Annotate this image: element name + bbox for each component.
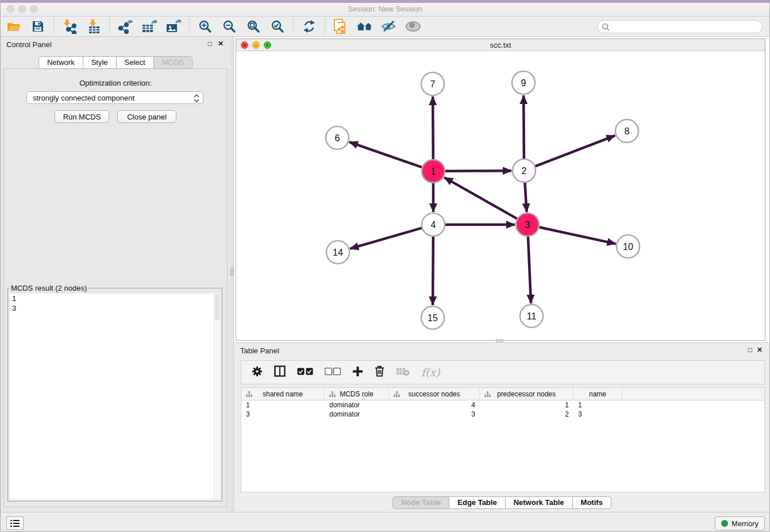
zoom-in-icon[interactable] xyxy=(193,18,217,36)
graph-edge-1-6[interactable] xyxy=(349,142,422,167)
import-table-icon[interactable] xyxy=(82,18,106,36)
table-header-row: shared nameMCDS rolesuccessor nodesprede… xyxy=(241,388,764,400)
tab-node-table[interactable]: Node Table xyxy=(392,496,449,509)
table-cell[interactable]: dominator xyxy=(325,401,389,409)
session-title: Session: New Session xyxy=(1,5,769,13)
graph-node-1[interactable]: 1 xyxy=(422,160,445,183)
graph-node-7[interactable]: 7 xyxy=(421,72,444,95)
graph-node-10[interactable]: 10 xyxy=(617,235,640,258)
tab-select[interactable]: Select xyxy=(116,56,154,69)
float-table-panel-icon[interactable]: □ xyxy=(748,346,752,354)
graph-edge-2-8[interactable] xyxy=(536,136,615,167)
graph-node-label: 7 xyxy=(430,79,436,89)
refresh-icon[interactable] xyxy=(297,18,321,36)
zoom-fit-icon[interactable] xyxy=(241,18,265,36)
graph-node-4[interactable]: 4 xyxy=(422,213,445,236)
graph-edge-4-15[interactable] xyxy=(433,237,433,305)
memory-label: Memory xyxy=(732,519,759,528)
open-session-icon[interactable] xyxy=(2,18,26,36)
export-table-icon[interactable] xyxy=(137,18,161,36)
search-box xyxy=(597,20,763,33)
network-canvas[interactable]: 7968124314101511 xyxy=(236,51,765,340)
select-all-columns-icon[interactable] xyxy=(297,367,313,377)
result-scrollbar-thumb[interactable] xyxy=(215,294,220,321)
graph-edge-1-2[interactable] xyxy=(445,171,511,171)
home-layout-icon[interactable] xyxy=(353,18,377,36)
app-window: Session: New Session xyxy=(0,0,770,532)
graph-edge-3-10[interactable] xyxy=(540,227,616,244)
table-cell[interactable]: 1 xyxy=(241,401,325,409)
tab-network[interactable]: Network xyxy=(38,56,83,69)
control-panel-header: Control Panel □ ✕ xyxy=(1,37,230,52)
workspace-area: ✕ − + scc.txt 7968124314101511 Table Pan… xyxy=(234,37,769,512)
delete-column-icon[interactable] xyxy=(375,365,384,379)
export-network-icon[interactable] xyxy=(113,18,137,36)
deselect-all-columns-icon[interactable] xyxy=(325,367,341,377)
close-panel-button[interactable]: Close panel xyxy=(117,110,176,123)
column-header-name[interactable]: name xyxy=(573,388,622,400)
tab-motifs[interactable]: Motifs xyxy=(572,496,611,509)
zoom-out-icon[interactable] xyxy=(217,18,241,36)
import-network-icon[interactable] xyxy=(57,18,82,36)
table-cell[interactable]: 4 xyxy=(389,401,480,409)
criterion-select[interactable]: strongly connected component xyxy=(26,91,203,104)
column-header-MCDS-role[interactable]: MCDS role xyxy=(325,388,389,400)
toolbar-separator xyxy=(293,18,294,34)
mcds-result-textarea[interactable]: 13 xyxy=(10,294,220,499)
hide-graphics-icon[interactable] xyxy=(377,18,401,36)
tab-edge-table[interactable]: Edge Table xyxy=(449,496,505,509)
table-cell[interactable]: dominator xyxy=(325,410,389,418)
mcds-result-title: MCDS result (2 nodes) xyxy=(9,284,88,292)
table-row[interactable]: 1dominator411 xyxy=(241,400,764,410)
table-cell[interactable]: 2 xyxy=(480,410,573,418)
result-scrollbar[interactable] xyxy=(214,294,220,499)
vertical-splitter-handle[interactable] xyxy=(230,268,234,276)
column-header-shared-name[interactable]: shared name xyxy=(241,388,325,400)
table-cell[interactable]: 1 xyxy=(573,401,622,409)
table-settings-icon[interactable] xyxy=(252,366,263,379)
graph-edge-2-9[interactable] xyxy=(523,95,524,159)
vertical-splitter[interactable] xyxy=(230,37,234,512)
run-mcds-button[interactable]: Run MCDS xyxy=(55,110,109,123)
save-session-icon[interactable] xyxy=(26,18,50,36)
tab-mcds[interactable]: MCDS xyxy=(153,56,192,69)
graph-edge-1-7[interactable] xyxy=(433,97,433,159)
zoom-selected-icon[interactable] xyxy=(265,18,290,36)
graph-edge-3-11[interactable] xyxy=(528,237,531,303)
graph-edge-3-1[interactable] xyxy=(444,178,517,219)
delete-table-icon-disabled xyxy=(396,367,410,379)
node-table: shared nameMCDS rolesuccessor nodesprede… xyxy=(241,387,765,492)
close-table-panel-icon[interactable]: ✕ xyxy=(757,346,763,354)
graph-node-2[interactable]: 2 xyxy=(513,159,536,182)
export-image-icon[interactable] xyxy=(161,18,186,36)
graph-node-8[interactable]: 8 xyxy=(615,119,638,142)
table-cell[interactable]: 3 xyxy=(573,410,622,418)
clone-network-icon[interactable] xyxy=(329,18,353,36)
memory-button[interactable]: Memory xyxy=(715,516,765,530)
column-header-predecessor-nodes[interactable]: predecessor nodes xyxy=(480,388,573,400)
table-cell[interactable]: 1 xyxy=(480,401,573,409)
graph-node-9[interactable]: 9 xyxy=(512,71,535,94)
graph-node-11[interactable]: 11 xyxy=(520,304,543,327)
column-header-successor-nodes[interactable]: successor nodes xyxy=(389,388,480,400)
create-column-icon[interactable] xyxy=(352,366,363,379)
graph-node-15[interactable]: 15 xyxy=(421,306,444,329)
graph-edge-2-3[interactable] xyxy=(525,183,526,212)
task-history-button[interactable] xyxy=(6,516,24,530)
close-panel-icon[interactable]: ✕ xyxy=(218,40,224,48)
float-panel-icon[interactable]: □ xyxy=(208,40,212,48)
table-row[interactable]: 3dominator323 xyxy=(241,410,764,419)
graph-node-6[interactable]: 6 xyxy=(326,126,349,149)
graph-node-14[interactable]: 14 xyxy=(326,241,349,264)
graph-edge-4-14[interactable] xyxy=(350,228,422,249)
search-input[interactable] xyxy=(597,20,763,33)
tab-style[interactable]: Style xyxy=(83,56,117,69)
tab-network-table[interactable]: Network Table xyxy=(505,496,573,509)
table-cell[interactable]: 3 xyxy=(241,410,325,418)
table-cell[interactable]: 3 xyxy=(389,410,480,418)
table-panel-title: Table Panel xyxy=(240,346,279,355)
content-area: Control Panel □ ✕ NetworkStyleSelectMCDS… xyxy=(1,37,769,512)
graph-node-3[interactable]: 3 xyxy=(516,213,539,236)
show-graphics-icon[interactable] xyxy=(401,18,425,36)
show-columns-icon[interactable] xyxy=(274,365,286,379)
